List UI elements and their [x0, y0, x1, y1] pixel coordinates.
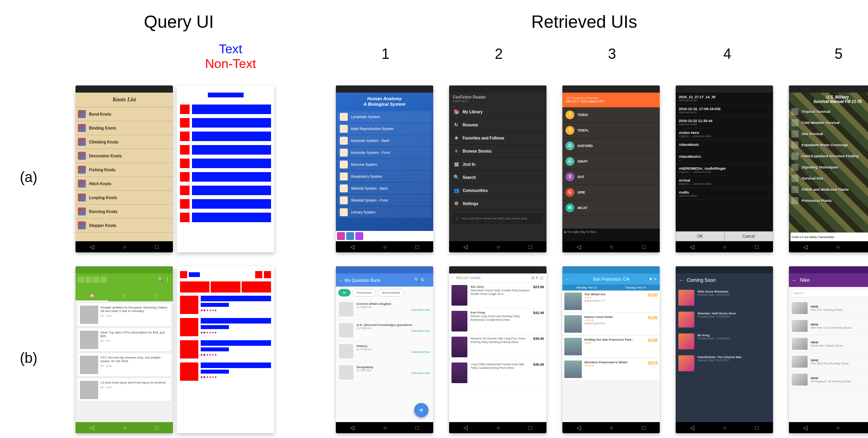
shoe-item[interactable]: NIKEFree 5.0+ Running Shoes [789, 299, 868, 317]
game-item[interactable]: Wild Guns ReloadedRelease Date: 12/20/20… [676, 287, 773, 309]
list-item[interactable]: Bend Knots [76, 107, 173, 121]
list-item[interactable]: Hitch Knots [76, 177, 173, 191]
hotel-item[interactable]: The Wharf Inn★★★Guest Score 7.4$160 [562, 291, 660, 312]
vocab-item[interactable]: OOXFORD [562, 138, 660, 154]
file-item[interactable]: Action Heroringtone — unknown artist [676, 128, 773, 140]
list-item[interactable]: Fishing Knots [76, 163, 173, 177]
file-item[interactable]: 2016_12_27.17_14_30unknown artist [676, 93, 773, 105]
question-item[interactable]: G.K. (General Knowledge) Questionsby Tes… [336, 320, 433, 341]
chapter-item[interactable]: Poisonous Plants [789, 195, 868, 206]
menu-item[interactable]: ↻Resume [449, 118, 546, 132]
appbar-actions[interactable]: 🔍 ↻ ⋮ [414, 277, 430, 283]
search-input[interactable]: Search [791, 289, 868, 297]
list-item[interactable]: Respiratory System [337, 171, 432, 182]
file-item[interactable]: 2016-12-22 11-35-44unknown artist [676, 116, 773, 128]
fab-add[interactable]: + [414, 403, 428, 417]
cancel-button[interactable]: Cancel [725, 231, 773, 241]
tab-home-icon[interactable]: 🏠 [76, 291, 108, 301]
file-item[interactable]: 2016-12-16_17-09-19-032unknown artist [676, 105, 773, 116]
chapter-item[interactable]: Field-Expedient Direction Finding [789, 151, 868, 162]
hotel-item[interactable]: Holiday Inn San Francisco Fish...★★★$199 [562, 336, 660, 357]
game-item[interactable]: Mr KingRelease Date: 12/20/2016 [676, 331, 773, 353]
date-picker[interactable]: Monday, Feb 13Tuesday, Feb 14 [562, 285, 660, 291]
navbar[interactable]: ◁○□ [449, 241, 546, 252]
navbar[interactable]: ◁○□ [76, 241, 173, 252]
tab-bookmarked[interactable]: Bookmarked [378, 289, 404, 297]
menu-item[interactable]: ★Favorites and Follows [449, 132, 546, 145]
list-item[interactable]: Decorative Knots [76, 149, 173, 163]
list-item[interactable]: Male Reproductive System [337, 123, 432, 134]
navbar[interactable]: ◁○□ [336, 422, 433, 433]
tabs[interactable]: 🏠 ○ ○ [76, 291, 173, 301]
shoe-item[interactable]: NIKEMen Free 5.0 '14 Running Shoes [789, 317, 868, 335]
file-item[interactable]: AdaraMusic1— [676, 152, 773, 164]
navbar[interactable]: ◁○□ [449, 422, 546, 433]
news-card[interactable]: Deal: Top rated VPN subscription for $34… [78, 328, 171, 351]
chapter-item[interactable]: Expedient Water Crossings [789, 140, 868, 151]
file-item[interactable]: AdaraMusic— [676, 140, 773, 152]
tab-3[interactable]: ○ [140, 291, 173, 301]
game-item[interactable]: Shantae: Half-Genie HeroRelease Date: 12… [676, 309, 773, 331]
game-item[interactable]: Fate/Extella: The Umbral StarRelease Dat… [676, 353, 773, 374]
ad-banner[interactable] [336, 231, 433, 241]
vocab-item[interactable]: GGRE [562, 185, 660, 200]
shoe-item[interactable]: NIKEFlex 2013 Run Running Shoes [789, 353, 868, 371]
chapter-item[interactable]: Tropical Survival [789, 106, 868, 117]
back-icon[interactable]: ← [679, 277, 684, 283]
menu-item[interactable]: 👥Communities [449, 184, 546, 197]
hotel-item[interactable]: Sheraton Fisherman's Wharf★★★★$219 [562, 359, 660, 380]
news-card[interactable]: 13 best Kodi repos and Kodi repos for An… [78, 378, 171, 401]
navbar[interactable]: ◁○□ [336, 241, 433, 252]
back-icon[interactable]: ← [792, 277, 797, 283]
ad-banner[interactable]: Order a Food Safety Thermometer5 [790, 233, 868, 241]
question-item[interactable]: Current Affairs Englishby TestbookSubscr… [336, 299, 433, 320]
list-item[interactable]: Looping Knots [76, 191, 173, 205]
navbar[interactable]: ◁○□ [789, 422, 868, 433]
back-icon[interactable]: ← [566, 277, 570, 281]
pill-tabs[interactable]: All Purchased Bookmarked [336, 287, 433, 299]
file-item[interactable]: Audiounknown artist [676, 188, 773, 200]
news-card[interactable]: HTC records big revenue drop, but smalle… [78, 353, 171, 376]
menu-item[interactable]: ▤Just In [449, 158, 546, 171]
product-item[interactable]: Ever PrettyWomen Long Floral Lace Evenin… [449, 308, 546, 334]
chapter-item[interactable]: Cold Weather Survival [789, 117, 868, 128]
vocab-item[interactable]: SSAT [562, 169, 660, 185]
list-item[interactable]: Muscular System - Back [337, 135, 432, 146]
question-item[interactable]: Geographyby TestbookSubscribe Now [336, 362, 433, 383]
list-item[interactable]: Skeletal System - Front [337, 195, 432, 206]
location-bar[interactable]: ← San Francisco, CA ▼ ≡ [562, 273, 660, 285]
navbar[interactable]: ◁○□ [789, 241, 868, 252]
list-item[interactable]: Lymphatic System [337, 111, 432, 122]
list-item[interactable]: Urinary System [337, 207, 432, 218]
chapter-item[interactable]: Sea Survival [789, 128, 868, 140]
menu-item[interactable]: 🔍Search [449, 171, 546, 184]
vocab-item[interactable]: TTOEIC [562, 107, 660, 123]
file-item[interactable]: Arrivalringtone — unknown artist [676, 176, 773, 188]
product-item[interactable]: Long Chiffon Bridesmaid Formal Gown Ball… [449, 360, 546, 386]
menu-item[interactable]: ≡Browse Stories [449, 145, 546, 158]
toolbar-icons[interactable]: ⊞ ⇅ 🛒 [531, 276, 544, 280]
tab-all[interactable]: All [338, 289, 351, 297]
shoe-item[interactable]: NIKEAir Pegasus+ 30 Running Shoes [789, 371, 868, 389]
chapter-item[interactable]: Signaling Techniques [789, 162, 868, 173]
chapter-item[interactable]: Survival Kits [789, 173, 868, 184]
news-card[interactable]: Nougat updates for European Samsung Gala… [78, 303, 171, 326]
vocab-item[interactable]: TTOEFL [562, 123, 660, 138]
list-item[interactable]: Stopper Knots [76, 219, 173, 233]
ad-banner[interactable]: ▶ The Safer Way To Ride [562, 229, 660, 241]
list-item[interactable]: Binding Knots [76, 121, 173, 135]
navbar[interactable]: ◁○□ [562, 422, 660, 433]
navbar[interactable]: ◁○□ [562, 241, 660, 252]
product-item[interactable]: Womens 3rd Smooth Little Long Floor Gown… [449, 334, 546, 360]
ok-button[interactable]: OK [676, 231, 725, 241]
list-item[interactable]: Running Knots [76, 205, 173, 219]
file-item[interactable]: ANDROMEDA_AudioRingerringtone — unknown … [676, 164, 773, 176]
filter-icon[interactable]: ▼ ≡ [649, 277, 657, 281]
list-item[interactable]: Nervous System [337, 159, 432, 170]
menu-item[interactable]: 📚My Library [449, 105, 546, 118]
question-item[interactable]: Historyby TestbookSubscribe Now [336, 341, 433, 362]
product-item[interactable]: ASL GlorySleeveless Peplok Solid Cocktai… [449, 283, 546, 308]
tab-2[interactable]: ○ [108, 291, 141, 301]
navbar[interactable]: ◁○□ [676, 241, 773, 252]
vocab-item[interactable]: GGMAT [562, 154, 660, 169]
